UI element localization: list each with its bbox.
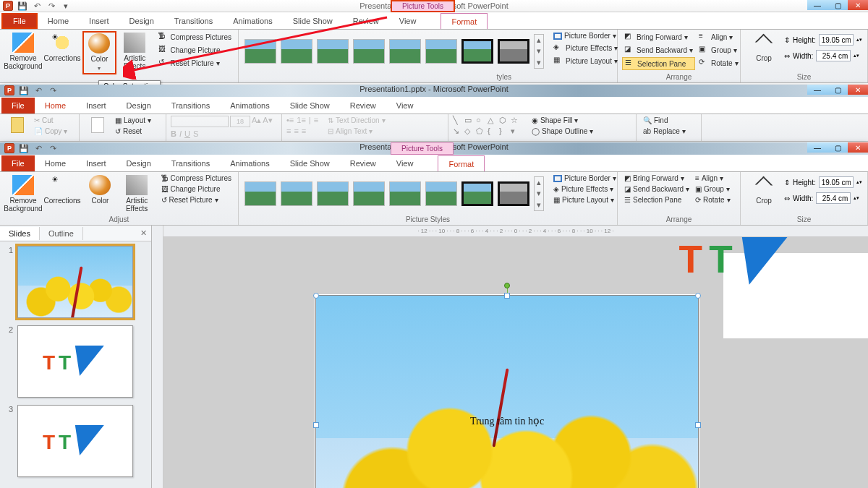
font-size-input[interactable]: 18 <box>230 116 250 127</box>
undo-icon[interactable]: ↶ <box>32 1 42 11</box>
remove-background-button[interactable]: Remove Background <box>4 174 42 214</box>
maximize-button[interactable]: ▢ <box>827 85 848 95</box>
gallery-expand[interactable]: ▴▾▾ <box>534 176 544 211</box>
minimize-button[interactable]: — <box>807 142 827 153</box>
crop-button[interactable]: Crop <box>745 174 783 206</box>
compress-pictures-button[interactable]: 🗜Compress Pictures <box>156 31 234 43</box>
style-thumb[interactable] <box>461 181 493 206</box>
height-input[interactable] <box>819 176 854 188</box>
undo-icon[interactable]: ↶ <box>33 143 43 153</box>
gallery-expand[interactable]: ▴▾▾ <box>534 34 544 69</box>
redo-icon[interactable]: ↷ <box>46 1 56 11</box>
width-input[interactable] <box>816 192 851 204</box>
tab-insert[interactable]: Insert <box>79 13 119 29</box>
rotate-handle[interactable] <box>504 283 510 288</box>
tab-design[interactable]: Design <box>119 13 164 29</box>
strike-button[interactable]: S <box>193 129 198 138</box>
selection-pane-button[interactable]: ☰Selection Pane <box>622 195 692 205</box>
replace-button[interactable]: abReplace▾ <box>641 127 688 136</box>
style-thumb[interactable] <box>425 39 457 64</box>
style-thumb[interactable] <box>281 181 312 206</box>
tab-file[interactable]: File <box>1 155 35 171</box>
minimize-button[interactable]: — <box>807 0 827 10</box>
tab-slideshow[interactable]: Slide Show <box>283 13 343 29</box>
new-slide-button[interactable] <box>84 116 111 134</box>
picture-layout-button[interactable]: ▦Picture Layout▾ <box>551 195 618 205</box>
tab-animations[interactable]: Animations <box>220 98 279 114</box>
slide-thumb-2[interactable]: 2 TT <box>4 325 147 398</box>
style-thumb[interactable] <box>317 39 349 64</box>
grow-font-icon[interactable]: A▴ <box>252 116 261 127</box>
align-left-icon[interactable]: ≡ <box>286 127 291 135</box>
selection-pane-button[interactable]: ☰Selection Pane <box>622 57 695 70</box>
tab-slideshow[interactable]: Slide Show <box>280 98 340 114</box>
canvas[interactable]: Trung tâm tin học TT <box>163 237 868 488</box>
slide-thumb-1[interactable]: 1 <box>4 246 147 318</box>
send-backward-button[interactable]: ◪Send Backward▾ <box>622 44 695 56</box>
panel-close-icon[interactable]: ✕ <box>136 228 151 238</box>
close-button[interactable]: ✕ <box>848 0 868 10</box>
reset-picture-button[interactable]: ↺Reset Picture▾ <box>159 195 234 205</box>
maximize-button[interactable]: ▢ <box>827 0 848 10</box>
tab-file[interactable]: File <box>1 98 35 114</box>
style-thumb[interactable] <box>353 39 385 64</box>
slide-reset-button[interactable]: ↺Reset <box>113 127 153 136</box>
tab-transitions[interactable]: Transitions <box>161 155 220 171</box>
tab-review[interactable]: Review <box>343 13 389 29</box>
tab-transitions[interactable]: Transitions <box>164 13 223 29</box>
minimize-button[interactable]: — <box>807 85 827 95</box>
qat-customize-icon[interactable]: ▾ <box>61 1 71 11</box>
undo-icon[interactable]: ↶ <box>33 85 43 95</box>
style-thumb[interactable] <box>244 39 276 64</box>
height-input[interactable] <box>819 34 854 46</box>
tab-insert[interactable]: Insert <box>76 155 116 171</box>
save-icon[interactable]: 💾 <box>19 85 29 95</box>
close-button[interactable]: ✕ <box>848 142 868 153</box>
align-center-icon[interactable]: ≡ <box>294 127 298 135</box>
remove-background-button[interactable]: Remove Background <box>4 31 42 72</box>
tab-design[interactable]: Design <box>116 98 161 114</box>
style-thumb[interactable] <box>244 181 276 206</box>
align-button[interactable]: ≡Align▾ <box>697 31 740 43</box>
style-thumb[interactable] <box>317 181 349 206</box>
tab-animations[interactable]: Animations <box>220 155 279 171</box>
color-button[interactable]: Color ▾ <box>82 31 116 74</box>
picture-effects-button[interactable]: ◈Picture Effects▾ <box>551 184 618 194</box>
corrections-button[interactable]: ☀ Corrections <box>43 31 81 64</box>
reset-picture-button[interactable]: ↺Reset Picture▾ <box>156 57 234 69</box>
change-picture-button[interactable]: 🖼Change Picture <box>159 184 234 194</box>
artistic-effects-button[interactable]: Artistic Effects <box>118 31 152 72</box>
bullets-icon[interactable]: •≡ <box>286 116 294 124</box>
picture-border-button[interactable]: Picture Border▾ <box>551 174 618 183</box>
tab-transitions[interactable]: Transitions <box>161 98 220 114</box>
style-thumb[interactable] <box>389 39 421 64</box>
tab-insert[interactable]: Insert <box>76 98 116 114</box>
resize-handle[interactable] <box>504 293 510 299</box>
tab-file[interactable]: File <box>1 13 38 29</box>
underline-button[interactable]: U <box>184 129 190 138</box>
picture-styles-gallery[interactable]: ▴▾▾ <box>243 31 545 72</box>
selected-picture[interactable]: Trung tâm tin học <box>315 295 699 488</box>
shapes-gallery[interactable]: ╲▭○△⬡☆ ↘◇⬠{}▾ <box>453 116 521 136</box>
slide-thumb-3[interactable]: 3 TT <box>4 405 147 477</box>
tab-view[interactable]: View <box>389 13 427 29</box>
tab-format[interactable]: Format <box>441 13 488 29</box>
send-backward-button[interactable]: ◪Send Backward▾ <box>622 184 692 194</box>
numbering-icon[interactable]: 1≡ <box>297 116 306 124</box>
paste-button[interactable] <box>4 116 30 134</box>
style-thumb[interactable] <box>281 39 312 64</box>
align-right-icon[interactable]: ≡ <box>302 127 306 135</box>
tab-animations[interactable]: Animations <box>223 13 282 29</box>
group-button[interactable]: ▣Group▾ <box>693 184 732 194</box>
tab-home[interactable]: Home <box>35 155 76 171</box>
bring-forward-button[interactable]: ◩Bring Forward▾ <box>622 31 695 43</box>
resize-handle[interactable] <box>313 422 319 428</box>
spinner-icon[interactable]: ▴▾ <box>854 195 859 201</box>
tab-review[interactable]: Review <box>340 155 386 171</box>
picture-layout-button[interactable]: ▦Picture Layout▾ <box>551 55 620 67</box>
tab-format[interactable]: Format <box>438 155 485 171</box>
redo-icon[interactable]: ↷ <box>48 143 58 153</box>
close-button[interactable]: ✕ <box>848 85 868 95</box>
tab-slideshow[interactable]: Slide Show <box>280 155 340 171</box>
find-button[interactable]: 🔍Find <box>641 116 688 125</box>
